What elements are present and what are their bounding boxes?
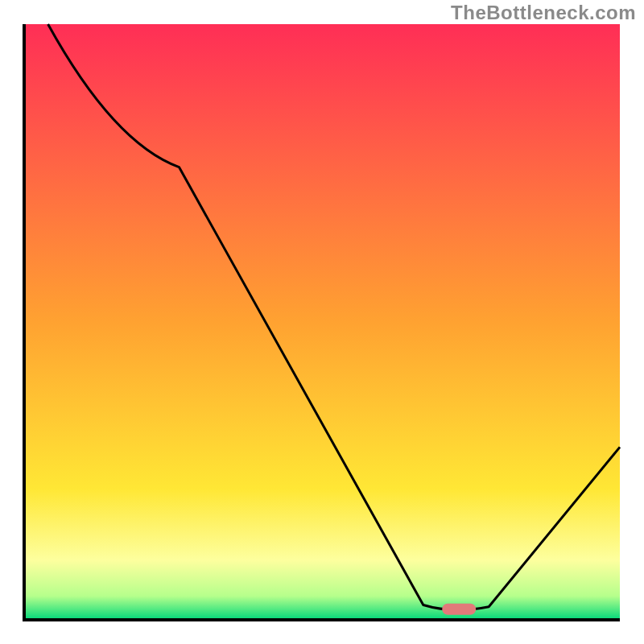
watermark-text: TheBottleneck.com — [451, 2, 636, 24]
chart-container: TheBottleneck.com — [0, 0, 644, 644]
gradient-background — [24, 24, 620, 620]
bottleneck-chart — [0, 0, 644, 644]
optimal-marker — [442, 604, 476, 615]
